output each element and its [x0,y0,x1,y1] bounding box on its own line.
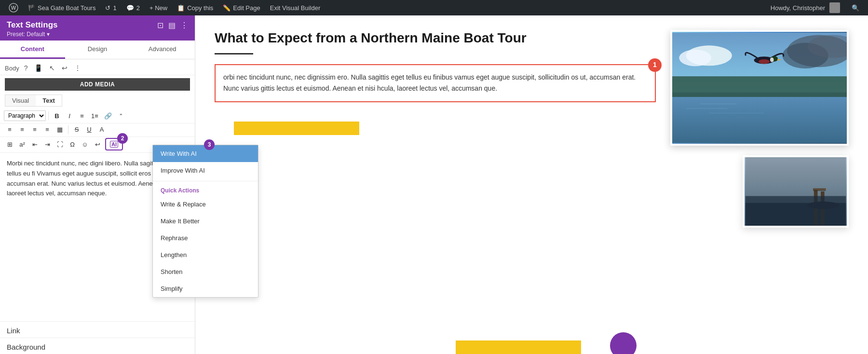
table-button[interactable]: ▦ [54,124,66,135]
more-icon[interactable]: ⋮ [180,21,188,30]
sidebar-tabs: Content Design Advanced [0,41,195,59]
search-item[interactable]: 🔍 [847,0,864,15]
new-item[interactable]: + New [145,0,172,15]
svg-rect-24 [746,196,846,226]
underline-button[interactable]: U [83,124,95,135]
tab-design[interactable]: Design [65,41,130,59]
more-options-icon[interactable]: ⋮ [72,63,83,73]
svg-point-16 [759,59,770,64]
exit-builder-item[interactable]: Exit Visual Builder [265,0,326,15]
site-name-item[interactable]: 🏴 Sea Gate Boat Tours [23,0,100,15]
cursor-icon[interactable]: ↖ [47,63,57,73]
italic-button[interactable]: I [64,111,75,121]
copy-this-label: Copy this [187,4,213,12]
svg-rect-22 [813,190,826,191]
ordered-list-button[interactable]: 1≡ [89,111,101,121]
svg-text:W: W [11,5,16,11]
editor-tab-text[interactable]: Text [36,95,62,106]
format-toolbar: Paragraph Heading 1 Heading 2 B I ≡ 1≡ 🔗… [0,109,195,123]
editor-tab-visual[interactable]: Visual [5,95,36,106]
step2-badge: 2 [117,133,128,144]
strikethrough-button[interactable]: S [71,124,82,135]
svg-rect-21 [813,188,826,190]
dropdown-item-shorten[interactable]: Shorten [153,263,258,280]
help-icon[interactable]: ? [22,63,30,73]
bold-button[interactable]: B [51,111,63,121]
revisions-item[interactable]: ↺ 1 [100,0,121,15]
unordered-list-button[interactable]: ≡ [76,111,88,121]
comments-item[interactable]: 💬 2 [122,0,145,15]
svg-rect-8 [672,93,847,143]
dropdown-item-make-better[interactable]: Make It Better [153,213,258,230]
emoji-button[interactable]: ☺ [79,139,91,150]
user-greeting-item[interactable]: Howdy, Christopher [766,0,845,15]
responsive-icon[interactable]: ⊡ [157,21,163,30]
text-color-button[interactable]: A [96,124,108,135]
blockquote-button[interactable]: " [115,111,127,121]
sidebar-title: Text Settings [7,20,57,30]
dropdown-item-write-replace[interactable]: Write & Replace [153,196,258,213]
site-name: Sea Gate Boat Tours [38,4,95,12]
edit-icon: ✏️ [223,4,231,12]
dropdown-divider [153,181,258,181]
copy-this-item[interactable]: 📋 Copy this [172,0,218,15]
page-image-column [670,30,849,208]
dropdown-item-simplify[interactable]: Simplify [153,280,258,297]
link-section-label: Link [0,321,195,338]
align-left-button[interactable]: ≡ [4,124,15,135]
align-center-button[interactable]: ≡ [16,124,28,135]
admin-bar-right: Howdy, Christopher 🔍 [766,0,864,15]
source-button[interactable]: ⊞ [4,139,15,150]
undo2-button[interactable]: ↩ [92,139,103,150]
user-greeting: Howdy, Christopher [771,4,825,12]
page-image-wrapper [670,30,849,208]
tab-content[interactable]: Content [0,41,65,59]
toolbar-label: Body [5,65,19,72]
user-avatar [829,2,840,13]
justify-button[interactable]: ≡ [41,124,53,135]
admin-bar: W 🏴 Sea Gate Boat Tours ↺ 1 💬 2 + New 📋 … [0,0,868,15]
ai-icon: AI [110,141,118,148]
link-button[interactable]: 🔗 [102,111,114,121]
indent-right-button[interactable]: ⇥ [41,139,53,150]
dropdown-item-improve-with-ai[interactable]: Improve With AI [153,162,258,179]
edit-page-item[interactable]: ✏️ Edit Page [218,0,265,15]
step1-badge: 1 [648,58,662,72]
site-icon: 🏴 [28,4,35,11]
page-divider [215,53,253,54]
selected-text-box: 1 orbi nec tincidunt nunc, nec dignissim… [215,64,656,103]
indent-left-button[interactable]: ⇤ [29,139,41,150]
sidebar-header: Text Settings ⊡ ▤ ⋮ Preset: Default ▾ [0,15,195,41]
wp-logo-item[interactable]: W [4,0,23,15]
sidebar-header-icons: ⊡ ▤ ⋮ [157,21,188,30]
new-label: + New [149,4,167,12]
page-title: What to Expect from a Northern Maine Boa… [215,30,656,46]
page-text-column: What to Expect from a Northern Maine Boa… [215,30,656,208]
dropdown-item-rephrase[interactable]: Rephrase [153,230,258,246]
bottom-purple-circle [610,332,637,354]
svg-point-7 [679,50,711,66]
dropdown-item-lengthen[interactable]: Lengthen [153,246,258,263]
tab-advanced[interactable]: Advanced [130,41,195,59]
paragraph-select[interactable]: Paragraph Heading 1 Heading 2 [4,110,46,121]
quick-actions-label: Quick Actions [153,183,258,196]
comments-icon: 💬 [126,4,134,12]
mobile-icon[interactable]: 📱 [32,63,44,73]
add-media-button[interactable]: ADD MEDIA [5,78,190,91]
layout-icon[interactable]: ▤ [168,21,176,30]
secondary-image [743,155,849,228]
editor-tabs: Visual Text [5,95,62,107]
step3-badge: 3 [204,139,215,150]
revisions-icon: ↺ [105,4,110,12]
special-char-button[interactable]: Ω [67,139,78,150]
undo-icon[interactable]: ↩ [60,63,69,73]
copy-icon: 📋 [177,4,185,12]
subscript-button[interactable]: a² [16,139,28,150]
fullscreen-button[interactable]: ⛶ [54,139,66,150]
toolbar-row: Body ? 📱 ↖ ↩ ⋮ [0,59,195,75]
content-area: What to Expect from a Northern Maine Boa… [195,15,868,354]
ai-dropdown: 3 Write With AI Improve With AI Quick Ac… [152,145,258,298]
align-right-button[interactable]: ≡ [29,124,41,135]
page-content: What to Expect from a Northern Maine Boa… [195,15,868,354]
sidebar-preset[interactable]: Preset: Default ▾ [7,31,188,38]
